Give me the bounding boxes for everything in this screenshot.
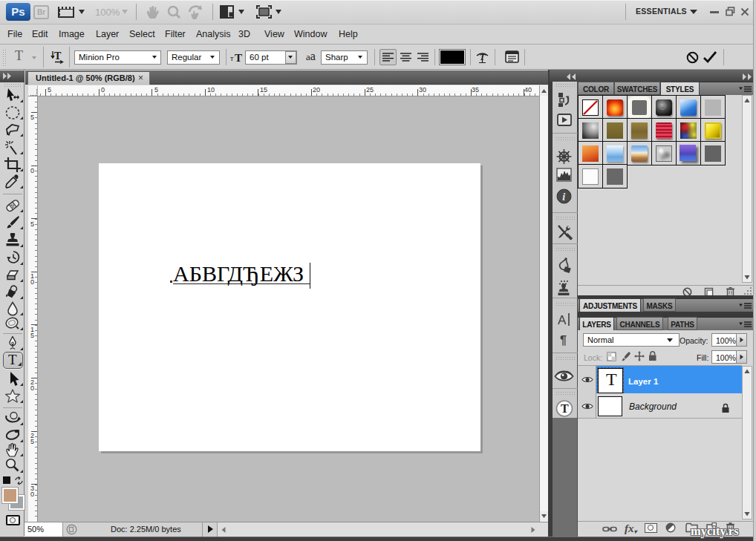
svg-text:т: т <box>230 54 234 62</box>
svg-text:T: T <box>561 402 569 415</box>
svg-text:¶: ¶ <box>560 334 567 347</box>
svg-text:T: T <box>235 52 242 63</box>
svg-text:T: T <box>54 50 62 62</box>
svg-text:A: A <box>558 313 567 327</box>
svg-text:i: i <box>562 191 565 203</box>
